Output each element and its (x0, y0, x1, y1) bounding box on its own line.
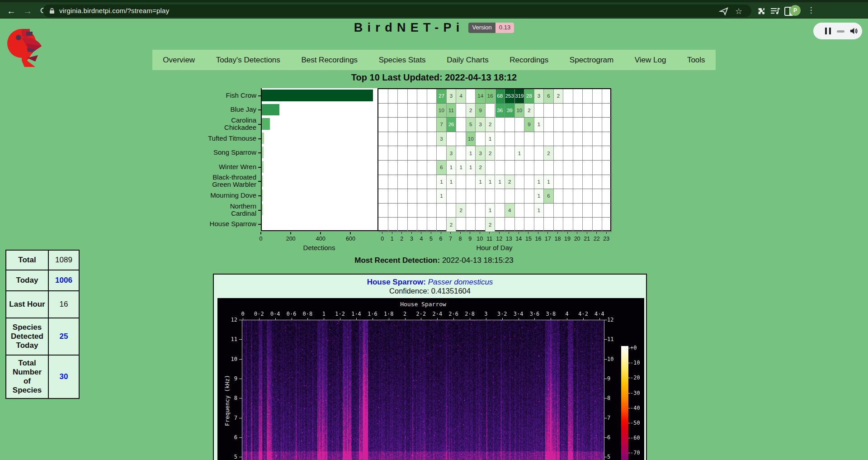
heat-cell (378, 132, 388, 147)
heat-cell (544, 104, 554, 118)
bookmark-star-icon[interactable]: ☆ (734, 6, 744, 16)
heat-cell (583, 189, 593, 204)
heat-cell (456, 175, 466, 190)
species-label: Mourning Dove (148, 188, 256, 203)
heat-cell: 1 (466, 146, 476, 161)
heat-cell (573, 161, 583, 175)
heat-cell (534, 104, 544, 118)
heat-cell: 2 (486, 118, 495, 132)
bar-6 (262, 175, 263, 187)
heat-cell (417, 204, 427, 218)
heat-cell (573, 104, 583, 118)
heat-cell (563, 218, 573, 232)
media-playlist-icon[interactable] (770, 7, 781, 17)
heat-cell (593, 104, 603, 118)
confidence-value: 0.41351604 (431, 287, 471, 295)
stats-value-1[interactable]: 1006 (48, 270, 79, 291)
heat-cell: 1 (534, 175, 544, 190)
heat-cell: 16 (486, 89, 495, 104)
heat-cell (563, 104, 573, 118)
version-badge-label: Version (468, 23, 495, 33)
address-bar[interactable]: virginia.birdnetpi.com/?stream=play ☆ (43, 5, 751, 17)
spec-xtick-label: 2 (397, 311, 413, 317)
spec-xtick-mark (373, 318, 373, 320)
xtick-mark (260, 232, 261, 234)
heat-cell (398, 146, 408, 161)
heat-cell: 2 (524, 104, 534, 118)
hour-tick-label: 6 (436, 236, 445, 242)
species-label: Blue Jay (148, 103, 256, 117)
heat-cell: 2 (466, 104, 476, 118)
hour-tick-mark (499, 232, 500, 234)
version-badge: Version 0.13 (468, 23, 514, 33)
volume-icon[interactable] (849, 27, 858, 35)
browser-menu-icon[interactable]: ⋮ (807, 5, 816, 16)
heat-cell: 10 (437, 104, 447, 118)
browser-toolbar: ← → ⟳ virginia.birdnetpi.com/?stream=pla… (0, 0, 868, 19)
heat-cell (573, 146, 583, 161)
nav-item-overview[interactable]: Overview (163, 56, 195, 65)
heat-cell (495, 132, 505, 147)
nav-item-today-s-detections[interactable]: Today's Detections (216, 56, 280, 65)
heat-cell (378, 218, 388, 232)
nav-item-daily-charts[interactable]: Daily Charts (447, 56, 489, 65)
hour-tick-mark (431, 232, 431, 234)
hour-tick-mark (538, 232, 538, 234)
heat-cell (417, 218, 427, 232)
heat-cell (515, 132, 525, 147)
extensions-icon[interactable] (756, 6, 766, 16)
heat-cell: 3 (476, 146, 486, 161)
nav-item-spectrogram[interactable]: Spectrogram (570, 56, 613, 65)
heat-cell (534, 146, 544, 161)
heat-cell: 1 (437, 175, 447, 190)
heat-cell: 2 (554, 89, 564, 104)
bar-5 (262, 161, 264, 173)
nav-item-recordings[interactable]: Recordings (509, 56, 548, 65)
heat-cell: 5 (466, 118, 476, 132)
pause-icon[interactable] (825, 28, 831, 34)
heat-cell (563, 89, 573, 104)
heat-cell (602, 189, 612, 204)
nav-item-tools[interactable]: Tools (687, 56, 705, 65)
heat-cell (534, 218, 544, 232)
heat-cell (398, 218, 408, 232)
heat-cell (505, 161, 515, 175)
stats-value-3[interactable]: 25 (48, 318, 79, 355)
heat-cell: 1 (456, 161, 466, 175)
heat-cell (593, 89, 603, 104)
nav-item-view-log[interactable]: View Log (635, 56, 666, 65)
heat-cell (602, 175, 612, 190)
hour-tick-label: 20 (573, 236, 582, 242)
detection-confidence-line: Confidence: 0.41351604 (214, 287, 646, 295)
profile-avatar[interactable]: P (790, 5, 801, 16)
heat-cell: 2 (486, 218, 495, 232)
spec-xtick-label: 3·6 (527, 311, 542, 317)
heat-cell (583, 132, 593, 147)
spec-xtick-label: 1·4 (349, 311, 364, 317)
heat-cell: 11 (447, 104, 457, 118)
heat-cell (602, 104, 612, 118)
seek-slider[interactable] (837, 30, 844, 33)
spec-xtick-mark (437, 318, 438, 320)
spec-ytick-label-right: 12 (607, 317, 621, 323)
forward-icon[interactable]: → (21, 4, 34, 18)
send-to-device-icon[interactable] (719, 6, 729, 16)
bar-4 (262, 147, 264, 158)
nav-item-best-recordings[interactable]: Best Recordings (301, 56, 358, 65)
spec-ytick-label-left: 6 (224, 434, 237, 441)
bar-1 (262, 104, 279, 116)
spec-ytick-mark (604, 339, 607, 340)
hour-tick-mark (596, 232, 597, 234)
colorbar-tick-label: -20 (630, 375, 648, 381)
spec-ytick-mark (239, 437, 242, 438)
nav-item-species-stats[interactable]: Species Stats (379, 56, 426, 65)
colorbar-tick-label: -30 (630, 390, 648, 396)
stats-value-4[interactable]: 30 (48, 355, 79, 398)
heat-cell (408, 146, 418, 161)
heat-cell (408, 189, 418, 204)
heat-cell (505, 146, 515, 161)
heat-cell (544, 204, 554, 218)
detection-species-link[interactable]: House Sparrow: (367, 278, 426, 286)
back-icon[interactable]: ← (5, 4, 18, 18)
heat-cell (544, 132, 554, 147)
